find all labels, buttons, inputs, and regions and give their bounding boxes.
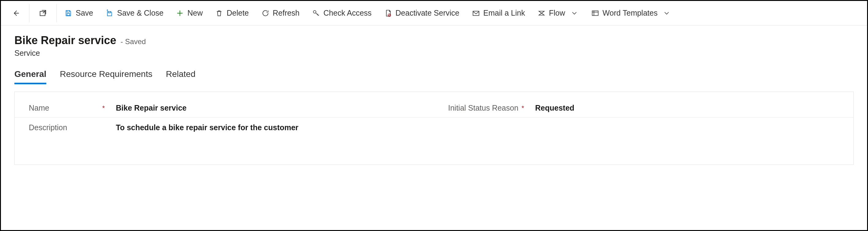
save-close-label: Save & Close <box>117 8 163 18</box>
form-row-description: Description To schedule a bike repair se… <box>15 118 853 137</box>
flow-button[interactable]: Flow <box>531 1 585 26</box>
deactivate-label: Deactivate Service <box>395 8 459 18</box>
title-line: Bike Repair service - Saved <box>14 34 854 47</box>
new-button[interactable]: New <box>169 1 209 26</box>
save-close-button[interactable]: Save & Close <box>99 1 169 26</box>
name-label-wrapper: Name * <box>15 103 113 112</box>
trash-icon <box>215 9 223 18</box>
status-label: Initial Status Reason <box>448 104 518 112</box>
status-field[interactable]: Initial Status Reason * Requested <box>434 103 853 112</box>
word-template-icon <box>591 9 599 18</box>
name-value: Bike Repair service <box>113 103 187 112</box>
deactivate-icon <box>384 9 392 18</box>
back-arrow-icon <box>11 9 20 18</box>
deactivate-button[interactable]: Deactivate Service <box>378 1 465 26</box>
email-link-button[interactable]: Email a Link <box>466 1 531 26</box>
delete-button[interactable]: Delete <box>209 1 255 26</box>
refresh-icon <box>261 9 270 18</box>
flow-label: Flow <box>549 8 565 18</box>
saved-indicator: - Saved <box>120 37 146 46</box>
delete-label: Delete <box>226 8 249 18</box>
status-label-wrapper: Initial Status Reason * <box>434 103 532 112</box>
save-close-icon <box>105 9 114 18</box>
plus-icon <box>176 9 184 18</box>
svg-point-2 <box>314 10 316 13</box>
save-button[interactable]: Save <box>58 1 99 26</box>
check-access-button[interactable]: Check Access <box>306 1 378 26</box>
status-value: Requested <box>532 103 575 112</box>
word-templates-button[interactable]: Word Templates <box>585 1 677 26</box>
back-button[interactable] <box>3 1 28 26</box>
description-label-wrapper: Description <box>15 123 113 132</box>
svg-rect-5 <box>592 11 598 15</box>
description-value: To schedule a bike repair service for th… <box>113 123 299 132</box>
svg-rect-4 <box>473 11 479 15</box>
chevron-down-icon <box>662 9 671 18</box>
open-new-window-button[interactable] <box>31 1 55 26</box>
open-new-window-icon <box>39 9 47 18</box>
key-icon <box>312 9 320 18</box>
refresh-button[interactable]: Refresh <box>255 1 306 26</box>
page-title: Bike Repair service <box>14 34 116 47</box>
tab-related[interactable]: Related <box>166 69 195 84</box>
entity-name: Service <box>14 49 854 58</box>
flow-icon <box>537 9 546 18</box>
svg-rect-1 <box>67 13 70 15</box>
email-link-label: Email a Link <box>483 8 525 18</box>
chevron-down-icon <box>570 9 579 18</box>
required-indicator: * <box>521 104 532 112</box>
tab-resource-requirements[interactable]: Resource Requirements <box>60 69 152 84</box>
separator <box>56 4 57 22</box>
name-label: Name <box>29 104 49 112</box>
tab-general[interactable]: General <box>14 69 46 84</box>
separator <box>29 4 29 22</box>
word-templates-label: Word Templates <box>602 8 658 18</box>
check-access-label: Check Access <box>323 8 371 18</box>
save-icon <box>64 9 73 18</box>
tab-bar: General Resource Requirements Related <box>1 60 867 84</box>
new-label: New <box>187 8 203 18</box>
command-bar: Save Save & Close New Delete Refresh Che… <box>1 1 867 26</box>
form-panel: Name * Bike Repair service Initial Statu… <box>14 92 854 165</box>
refresh-label: Refresh <box>273 8 300 18</box>
name-field[interactable]: Name * Bike Repair service <box>15 103 434 112</box>
email-icon <box>472 9 480 18</box>
record-header: Bike Repair service - Saved Service <box>1 26 867 60</box>
description-field[interactable]: Description To schedule a bike repair se… <box>15 123 853 132</box>
form-row-name-status: Name * Bike Repair service Initial Statu… <box>15 98 853 118</box>
required-indicator: * <box>102 104 113 112</box>
description-label: Description <box>29 123 67 132</box>
save-label: Save <box>76 8 93 18</box>
